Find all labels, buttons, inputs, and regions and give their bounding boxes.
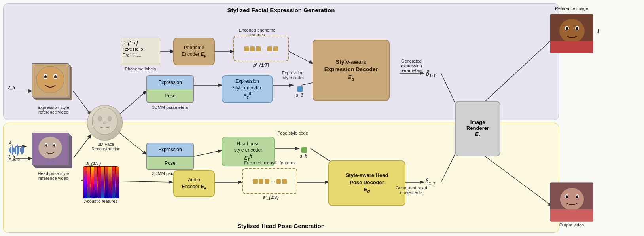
feat-dot-5 [273,46,278,51]
svg-rect-45 [105,167,108,198]
head-pose-decoder-box: Style-aware HeadPose DecoderEd [328,160,405,206]
bottom-section-title: Stylized Head Pose Generation [4,223,559,229]
p-prime-label: p'_{1:T} [253,63,269,67]
feat-dot-8 [265,179,269,184]
acoustic-features-label: Acoustic features [83,199,119,204]
v-delta-label: V_δ [7,85,15,90]
text-hello: Text: Hello [123,46,158,52]
svg-point-38 [103,122,106,124]
ph-hh: Ph: HH,... [123,52,158,58]
acoustic-feature-dots: ··· [242,168,297,194]
svg-point-54 [576,27,578,30]
svg-rect-47 [112,167,115,198]
svg-point-36 [98,116,102,121]
pose-part-top: Pose [147,89,193,103]
svg-point-37 [108,116,112,121]
svg-point-25 [36,66,64,93]
face-3d-label: 3D FaceReconstruction [86,142,126,151]
svg-rect-42 [94,167,97,198]
head-pose-ref-label: Head pose stylereference video [32,171,75,181]
feat-dot-1 [244,46,249,51]
expr-decoder-title: Style-awareExpression DecoderEd [324,58,378,82]
top-section-title: Stylized Facial Expression Generation [4,7,559,13]
svg-point-61 [576,196,578,198]
expression-decoder-box: Style-awareExpression DecoderEd [313,40,390,101]
delta-hat-label: δ̂1:T [425,70,436,78]
h-hat-label: ĥ1:T [425,178,436,186]
svg-point-57 [560,188,584,210]
phoneme-encoder-box: PhonemeEncoder Ep [173,38,215,65]
encoded-acoustic-label: Encoded acoustic features [242,160,297,165]
pose-part-bottom: Pose [147,157,193,170]
audio-waveform [9,145,32,156]
expr-style-enc-label: Expressionstyle encoderEsδ [233,78,261,100]
head-pose-enc-label: Head posestyle encoderEsh [234,141,262,163]
a1t-label: a_{1:T} [86,161,101,166]
diagram-container: Stylized Facial Expression Generation St… [0,0,644,236]
audio-text-label: Audio [9,157,20,162]
spectrogram [83,166,119,198]
feat-dot-3 [256,46,261,51]
s-h-square [301,147,307,153]
output-video [550,182,593,222]
expression-pose-box-top: Expression Pose [146,75,194,103]
svg-rect-39 [83,167,87,198]
feat-dot-10 [282,179,287,184]
expression-part-bottom: Expression [147,143,193,157]
renderer-label: ImageRendererEr [466,119,489,138]
reference-image [550,14,593,53]
svg-point-29 [54,75,57,78]
ref-image-label-text: Reference image [552,6,591,11]
face-3d-container [87,105,127,143]
svg-point-60 [566,196,568,198]
svg-rect-48 [116,167,119,198]
svg-point-50 [559,19,585,43]
3dmm-params-top-label: 3DMM parameters [146,105,194,110]
phoneme-labels-text: Phoneme labels [121,67,160,71]
svg-rect-43 [98,167,101,198]
generated-head-label: Generated head movements [396,185,427,195]
svg-point-34 [53,144,55,147]
I-label: I [597,28,599,35]
expression-part-top: Expression [147,76,193,89]
a-prime-label: a'_{1:T} [263,195,279,200]
svg-point-33 [45,144,47,147]
expression-ref-label: Expression style reference video [32,105,75,114]
svg-rect-41 [91,167,94,198]
svg-rect-40 [87,167,90,198]
head-pose-ref-frames [32,133,75,170]
feat-dot-2 [250,46,255,51]
feat-dot-9 [276,179,281,184]
phoneme-feature-dots: ··· [233,36,289,61]
feat-dot-6 [253,179,258,184]
svg-point-53 [566,27,568,30]
s-delta-label: s_δ [296,93,303,97]
generated-expr-label: Generated expression parameters [396,59,427,73]
output-video-label: Output video [550,223,593,227]
expression-style-encoder-box: Expressionstyle encoderEsδ [222,75,273,103]
feat-dot-7 [259,179,263,184]
image-renderer-box: ImageRendererEr [455,101,500,156]
feat-dot-4 [267,46,272,51]
head-pose-dec-label: Style-aware HeadPose DecoderEd [346,172,388,194]
expression-pose-box-bottom: Expression Pose [146,143,194,170]
p1t-label: p_{1:T} [123,40,158,46]
s-h-label: s_h [300,154,307,158]
audio-encoder-box: AudioEncoder Ea [173,170,215,197]
expression-ref-frames [32,63,75,103]
svg-rect-62 [550,209,593,222]
audio-enc-label: AudioEncoder Ea [182,177,206,191]
s-delta-square [297,86,303,92]
svg-point-30 [38,137,62,159]
expression-style-code-label: Expression style code [277,70,309,80]
pose-style-code-label: Pose style code [277,131,309,135]
phoneme-labels-box: p_{1:T} Text: Hello Ph: HH,... [121,38,160,65]
svg-point-28 [44,75,47,78]
svg-rect-44 [101,167,104,198]
svg-point-35 [92,108,117,135]
svg-rect-55 [550,41,593,53]
svg-rect-46 [108,167,112,198]
phoneme-encoder-label: PhonemeEncoder Ep [182,44,206,59]
